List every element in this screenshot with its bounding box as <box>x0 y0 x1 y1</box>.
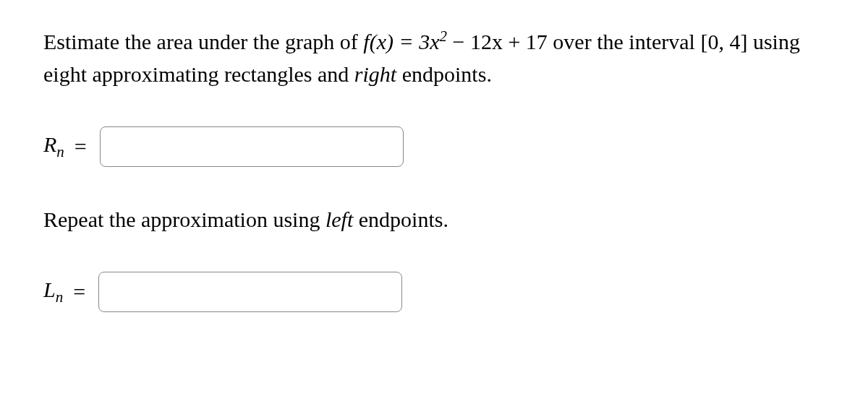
interval: [0, 4] <box>700 30 747 53</box>
rn-label: Rn <box>43 132 64 161</box>
rn-input-row: Rn = <box>43 126 825 167</box>
problem-text-2: over the interval <box>548 30 701 53</box>
emphasis-left: left <box>326 207 353 231</box>
emphasis-right: right <box>354 62 396 86</box>
repeat-text-2: endpoints. <box>353 207 448 231</box>
ln-equals: = <box>73 280 85 304</box>
problem-text-1: Estimate the area under the graph of <box>43 30 363 53</box>
fx-expression: f(x) = 3x2 − 12x + 17 <box>363 30 548 53</box>
ln-input[interactable] <box>98 272 402 312</box>
problem-statement: Estimate the area under the graph of f(x… <box>43 25 825 90</box>
rn-input[interactable] <box>100 126 404 167</box>
repeat-text-1: Repeat the approximation using <box>43 207 326 231</box>
ln-label: Ln <box>43 277 63 306</box>
repeat-statement: Repeat the approximation using left endp… <box>43 203 825 236</box>
rn-equals: = <box>75 134 87 159</box>
ln-input-row: Ln = <box>43 272 825 312</box>
problem-text-4: endpoints. <box>396 62 492 86</box>
